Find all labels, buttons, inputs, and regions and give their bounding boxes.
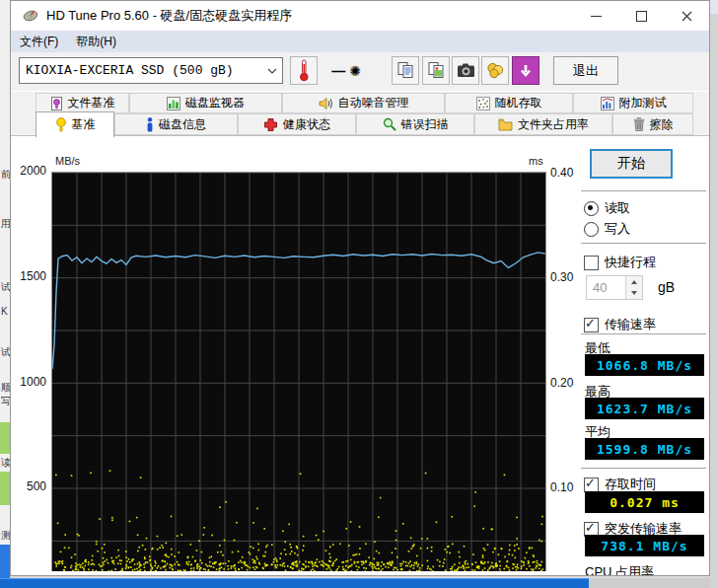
spinner-up-button[interactable] <box>626 276 642 288</box>
tab-label: 擦除 <box>650 116 674 133</box>
tab-health-status[interactable]: 健康状态 <box>238 113 356 135</box>
maximize-button[interactable] <box>618 1 664 31</box>
download-icon <box>517 62 535 80</box>
y-tick-2000: 2000 <box>13 164 46 178</box>
screenshot-button[interactable] <box>452 56 479 85</box>
min-value-display: 1066.8 MB/s <box>585 354 704 376</box>
extra-tests-icon <box>601 97 614 110</box>
short-stroke-unit: gB <box>658 279 675 295</box>
tab-label: 文件基准 <box>68 95 115 111</box>
tab-label: 健康状态 <box>283 116 330 133</box>
benchmark-plot <box>51 172 546 571</box>
minimize-button[interactable] <box>573 1 618 31</box>
close-button[interactable] <box>664 1 709 31</box>
temperature-unit-glyph: ✺ <box>349 63 361 79</box>
benchmark-content: MB/s ms 2000 1500 1000 500 0.40 0.30 0.2… <box>11 136 709 576</box>
error-scan-icon <box>383 117 396 131</box>
ms-tick-040: 0.40 <box>550 166 584 180</box>
transfer-rate-label: 传输速率 <box>605 316 656 333</box>
copy-image-button[interactable] <box>422 56 450 85</box>
tab-label: 磁盘监视器 <box>185 95 245 111</box>
menu-file[interactable]: 文件(F) <box>11 31 67 52</box>
chevron-down-icon <box>262 68 282 74</box>
tab-label: 附加测试 <box>619 95 667 111</box>
titlebar: HD Tune Pro 5.60 - 硬盘/固态硬盘实用程序 <box>11 1 709 31</box>
background-top-right <box>710 0 718 14</box>
update-download-button[interactable] <box>512 56 539 85</box>
tab-file-benchmark[interactable]: 文件基准 <box>36 93 129 113</box>
ms-tick-020: 0.20 <box>550 376 584 390</box>
temperature-button[interactable] <box>290 56 318 85</box>
copy-text-icon <box>396 61 415 80</box>
screen: 前用试K试顺写读测 HD Tune Pro 5.60 - 硬盘/固态硬盘实用程序 <box>0 0 718 588</box>
ms-tick-010: 0.10 <box>550 480 584 494</box>
benchmark-plot-svg <box>52 173 545 571</box>
background-text-fragment: K <box>1 306 8 317</box>
transfer-rate-row[interactable]: 传输速率 <box>584 316 656 333</box>
hdtune-window: HD Tune Pro 5.60 - 硬盘/固态硬盘实用程序 文件(F) 帮助(… <box>10 0 710 576</box>
menu-help[interactable]: 帮助(H) <box>67 31 125 52</box>
tab-benchmark[interactable]: 基准 <box>36 111 114 137</box>
tab-disk-monitor[interactable]: 磁盘监视器 <box>129 93 282 113</box>
burst-rate-display: 738.1 MB/s <box>585 535 704 556</box>
tab-label: 自动噪音管理 <box>338 95 409 111</box>
camera-icon <box>457 63 475 78</box>
access-time-checkbox[interactable] <box>584 478 599 492</box>
write-radio[interactable] <box>584 222 599 237</box>
spinner-down-button[interactable] <box>626 288 642 300</box>
read-radio-row[interactable]: 读取 <box>584 199 630 217</box>
tab-label: 文件夹占用率 <box>518 116 589 133</box>
background-green-block <box>0 472 10 505</box>
background-green-block <box>0 422 10 454</box>
tab-extra-tests[interactable]: 附加测试 <box>573 93 693 113</box>
transfer-rate-checkbox[interactable] <box>584 318 599 332</box>
minimize-icon <box>591 16 602 17</box>
menubar: 文件(F) 帮助(H) <box>11 31 709 53</box>
register-button[interactable] <box>481 56 509 85</box>
read-radio[interactable] <box>584 201 599 216</box>
y-tick-500: 500 <box>13 479 46 493</box>
background-bottom-gray <box>589 578 718 588</box>
arrow-up-icon <box>631 280 637 284</box>
avg-value-display: 1599.8 MB/s <box>585 438 704 460</box>
copy-text-button[interactable] <box>392 56 419 85</box>
y-right-axis-title: ms <box>529 155 543 167</box>
copy-image-icon <box>427 61 446 80</box>
exit-button[interactable]: 退出 <box>553 56 618 85</box>
write-radio-row[interactable]: 写入 <box>584 220 630 238</box>
background-right-strip <box>710 14 718 588</box>
tabstrip: 文件基准 磁盘监视器 自动噪音管理 随机存取 附加测试 基准 <box>11 92 709 136</box>
window-title: HD Tune Pro 5.60 - 硬盘/固态硬盘实用程序 <box>46 7 292 25</box>
tab-label: 磁盘信息 <box>159 116 206 133</box>
tab-random-access[interactable]: 随机存取 <box>445 93 573 113</box>
arrow-down-icon <box>631 291 637 295</box>
short-stroke-checkbox[interactable] <box>584 256 599 270</box>
thermometer-icon <box>299 59 310 82</box>
tab-folder-usage[interactable]: 文件夹占用率 <box>474 113 612 135</box>
divider <box>581 333 706 334</box>
short-stroke-row[interactable]: 快捷行程 <box>584 254 656 271</box>
access-time-display: 0.027 ms <box>585 491 704 513</box>
harddisk-logo-icon <box>23 8 38 24</box>
tab-label: 基准 <box>72 116 96 133</box>
tab-erase[interactable]: 擦除 <box>612 113 693 135</box>
write-label: 写入 <box>605 220 630 238</box>
toolbar: KIOXIA-EXCERIA SSD (500 gB) — ✺ <box>11 52 709 91</box>
y-left-axis-title: MB/s <box>55 155 80 167</box>
tab-disk-info[interactable]: 磁盘信息 <box>114 113 238 135</box>
folder-usage-icon <box>498 118 513 131</box>
close-icon <box>682 11 692 22</box>
y-tick-1000: 1000 <box>13 375 46 389</box>
short-stroke-spinner[interactable]: 40 <box>586 275 643 300</box>
disk-monitor-icon <box>167 97 180 110</box>
drive-selector[interactable]: KIOXIA-EXCERIA SSD (500 gB) <box>19 57 283 84</box>
coins-icon <box>486 62 505 79</box>
tab-error-scan[interactable]: 错误扫描 <box>356 113 474 135</box>
read-label: 读取 <box>605 199 630 217</box>
benchmark-lamp-icon <box>55 117 67 132</box>
temperature-display: — ✺ <box>324 56 368 85</box>
tab-noise-management[interactable]: 自动噪音管理 <box>282 93 445 113</box>
max-value-display: 1623.7 MB/s <box>585 398 704 419</box>
start-button[interactable]: 开始 <box>590 149 673 179</box>
divider <box>581 468 706 469</box>
